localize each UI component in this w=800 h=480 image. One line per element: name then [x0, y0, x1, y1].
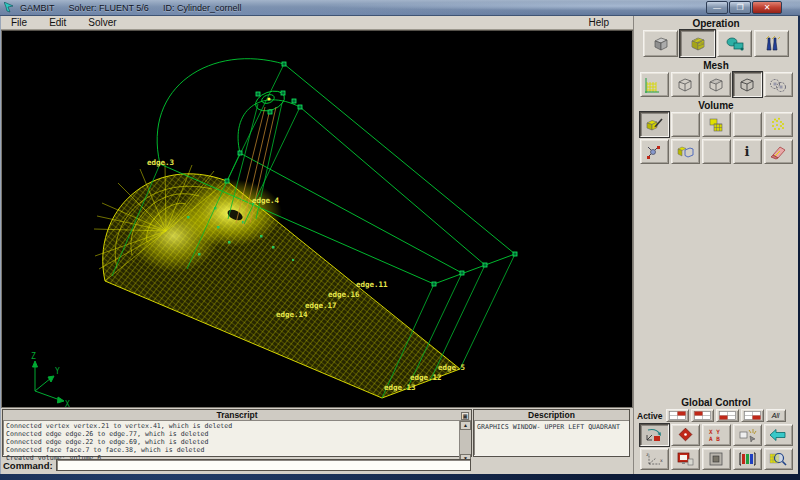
fit-to-window-button[interactable]	[671, 424, 700, 446]
gambit-window: GAMBIT Solver: FLUENT 5/6 ID: Cylinder_c…	[0, 0, 798, 476]
menu-help[interactable]: Help	[588, 17, 609, 28]
description-header: Description	[474, 410, 629, 421]
mesh-command-button[interactable]	[680, 30, 715, 57]
edge-mesh-cube-icon	[674, 76, 696, 94]
transcript-line: Connected edge edge.22 to edge.69, which…	[6, 438, 456, 446]
mesh-cube-icon	[686, 34, 710, 54]
labels-icon: X YA B	[705, 427, 727, 443]
mesh-section-title: Mesh	[636, 59, 796, 72]
volume-section-title: Volume	[636, 99, 796, 112]
command-row: Command:	[1, 457, 473, 473]
specify-display-attributes-button[interactable]	[733, 424, 762, 446]
smooth-volume-mesh-button[interactable]	[764, 112, 793, 137]
zones-icon	[723, 34, 747, 54]
examine-mesh-button[interactable]	[764, 448, 793, 470]
menu-file[interactable]: File	[11, 17, 27, 28]
split-volume-button[interactable]	[671, 139, 700, 164]
description-title: Description	[528, 410, 575, 420]
command-label: Command:	[3, 460, 53, 471]
merge-volumes-button[interactable]	[702, 112, 731, 137]
edge-label: edge.17	[305, 301, 337, 310]
window-title: GAMBIT	[20, 3, 55, 13]
mesh-button-row	[636, 72, 796, 97]
screen-options-button[interactable]	[671, 448, 700, 470]
volume-blank-button-3[interactable]	[702, 139, 731, 164]
solver-label: Solver: FLUENT 5/6	[69, 3, 149, 13]
eraser-icon	[767, 143, 789, 161]
mesh-volume-icon	[643, 116, 665, 134]
volume-info-button[interactable]: i	[733, 139, 762, 164]
scroll-up-icon[interactable]: ▲	[460, 421, 471, 430]
quadrant-lower-left-button[interactable]	[716, 409, 739, 422]
undo-arrow-icon	[767, 427, 789, 443]
axis-z-label: Z	[31, 352, 36, 361]
orient-model-button[interactable]	[640, 424, 669, 446]
transcript-line: Connected face face.7 to face.38, which …	[6, 446, 456, 454]
all-quadrants-button[interactable]: All	[766, 409, 786, 422]
colormap-icon	[736, 451, 758, 467]
global-control-title: Global Control	[636, 396, 796, 409]
group-mesh-button[interactable]	[764, 72, 793, 97]
axis-display-button[interactable]: zx	[640, 448, 669, 470]
quadrant-upper-right-button[interactable]	[666, 409, 689, 422]
axis-triad: Z Y X	[31, 352, 70, 407]
svg-text:X Y: X Y	[709, 428, 720, 435]
operation-section-title: Operation	[636, 17, 796, 30]
transcript-panel: Transcript ▣ Connected vertex vertex.21 …	[2, 409, 472, 457]
axis-y-label: Y	[55, 367, 60, 376]
edge-label: edge.5	[438, 363, 465, 372]
geometry-command-button[interactable]	[643, 30, 678, 57]
operation-toolpane: Operation Mesh	[633, 16, 798, 474]
volume-button-row-2: i	[636, 139, 796, 164]
quadrant-lower-right-button[interactable]	[741, 409, 764, 422]
description-text: GRAPHICS WINDOW- UPPER LEFT QUADRANT	[474, 421, 629, 433]
volume-blank-button-2[interactable]	[733, 112, 762, 137]
edge-label: edge.13	[384, 383, 416, 392]
render-model-button[interactable]	[702, 448, 731, 470]
session-id-label: ID: Cylinder_cornell	[163, 3, 242, 13]
shade-colormap-button[interactable]	[733, 448, 762, 470]
quadrant-lr-icon	[744, 411, 761, 420]
volume-mesh-button[interactable]	[733, 72, 762, 97]
face-mesh-cube-icon	[705, 76, 727, 94]
tools-command-button[interactable]	[754, 30, 789, 57]
close-button[interactable]: ✕	[752, 1, 782, 14]
display-attributes-icon	[736, 427, 758, 443]
fit-to-window-icon	[674, 427, 696, 443]
transcript-title: Transcript	[216, 410, 257, 420]
maximize-button[interactable]: ❐	[729, 1, 751, 14]
boundary-layer-button[interactable]	[640, 72, 669, 97]
operation-button-row	[636, 30, 796, 57]
quadrant-ur-icon	[669, 411, 686, 420]
zones-command-button[interactable]	[717, 30, 752, 57]
merge-volumes-icon	[705, 116, 727, 134]
menu-solver[interactable]: Solver	[88, 17, 116, 28]
transcript-line: Connected edge edge.26 to edge.77, which…	[6, 430, 456, 438]
transcript-detach-icon[interactable]: ▣	[461, 412, 469, 420]
description-panel: Description GRAPHICS WINDOW- UPPER LEFT …	[473, 409, 630, 457]
edge-mesh-button[interactable]	[671, 72, 700, 97]
group-mesh-icon	[767, 76, 789, 94]
quadrant-upper-left-button[interactable]	[691, 409, 714, 422]
minimize-button[interactable]: —	[706, 1, 728, 14]
command-input[interactable]	[56, 459, 471, 471]
smooth-volume-icon	[767, 116, 789, 134]
labels-toggle-button[interactable]: X YA B	[702, 424, 731, 446]
link-volume-mesh-button[interactable]	[640, 139, 669, 164]
edge-label: edge.12	[410, 373, 442, 382]
edge-label: edge.14	[276, 310, 308, 319]
svg-text:A B: A B	[709, 435, 720, 442]
volume-blank-button-1[interactable]	[671, 112, 700, 137]
delete-volume-mesh-button[interactable]	[764, 139, 793, 164]
face-mesh-button[interactable]	[702, 72, 731, 97]
mesh-volumes-button[interactable]	[640, 112, 669, 137]
menubar: File Edit Solver Help	[1, 16, 633, 30]
volume-button-row-1	[636, 112, 796, 137]
geometry-cube-icon	[649, 34, 673, 54]
transcript-line: Connected vertex vertex.21 to vertex.41,…	[6, 422, 456, 430]
undo-button[interactable]	[764, 424, 793, 446]
menu-edit[interactable]: Edit	[49, 17, 66, 28]
panel-spacer	[636, 166, 796, 396]
graphics-window[interactable]: edge.3 edge.4 edge.11 edge.16 edge.17 ed…	[1, 30, 633, 408]
svg-text:z: z	[646, 452, 649, 457]
